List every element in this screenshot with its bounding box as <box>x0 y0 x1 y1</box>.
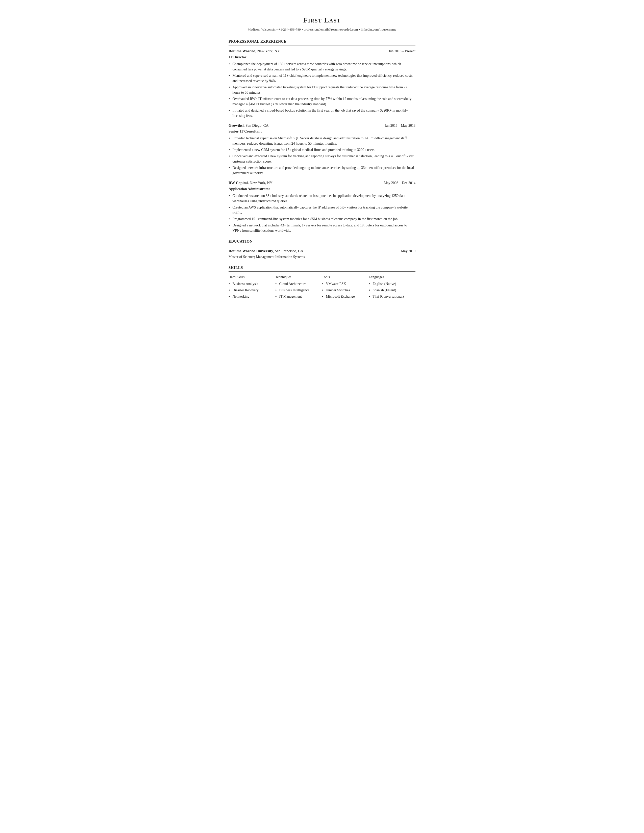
skill-item: Thai (Conversational) <box>369 294 413 299</box>
job-bullets: Provided technical expertise on Microsof… <box>229 135 415 176</box>
experience-section-title: Professional Experience <box>229 39 415 45</box>
job-company: Growthsi, San Diego, CA <box>229 123 269 129</box>
skills-column: Hard SkillsBusiness AnalysisDisaster Rec… <box>229 275 275 300</box>
job-bullets: Conducted research on 33+ industry stand… <box>229 193 415 233</box>
job-block: Resume Worded, New York, NYJun 2018 – Pr… <box>229 48 415 118</box>
bullet-item: Initiated and designed a cloud-based bac… <box>229 108 415 118</box>
job-title: Application Administrator <box>229 186 415 191</box>
job-header: RW Capital, New York, NYMay 2008 – Dec 2… <box>229 180 415 186</box>
skills-col-header: Tools <box>322 275 366 280</box>
skills-column: TechniquesCloud ArchitectureBusiness Int… <box>275 275 322 300</box>
skill-item: Cloud Architecture <box>275 281 319 286</box>
skills-column: LanguagesEnglish (Native)Spanish (Fluent… <box>369 275 415 300</box>
job-dates: Jan 2015 – May 2018 <box>385 123 415 128</box>
bullet-item: Conducted research on 33+ industry stand… <box>229 193 415 204</box>
edu-degree: Master of Science; Management Informatio… <box>229 254 415 259</box>
edu-school: Resume Worded University, San Francisco,… <box>229 248 303 254</box>
skills-list: Business AnalysisDisaster RecoveryNetwor… <box>229 281 273 299</box>
skill-item: English (Native) <box>369 281 413 286</box>
skills-list: VMware ESXJuniper SwitchesMicrosoft Exch… <box>322 281 366 299</box>
job-dates: Jun 2018 – Present <box>389 49 415 54</box>
skills-section: Skills Hard SkillsBusiness AnalysisDisas… <box>229 265 415 300</box>
skill-item: Disaster Recovery <box>229 288 273 293</box>
job-company: RW Capital, New York, NY <box>229 180 272 186</box>
job-company: Resume Worded, New York, NY <box>229 48 280 54</box>
job-title: IT Director <box>229 55 415 60</box>
edu-block: Resume Worded University, San Francisco,… <box>229 248 415 259</box>
job-title: Senior IT Consultant <box>229 129 415 134</box>
edu-date: May 2010 <box>401 249 415 254</box>
skill-item: Microsoft Exchange <box>322 294 366 299</box>
bullet-item: Mentored and supervised a team of 11+ ch… <box>229 73 415 84</box>
skill-item: Business Analysis <box>229 281 273 286</box>
skills-col-header: Techniques <box>275 275 319 280</box>
job-block: Growthsi, San Diego, CAJan 2015 – May 20… <box>229 123 415 176</box>
resume-header: First Last Madison, Wisconsin • +1-234-4… <box>229 15 415 32</box>
contact-info: Madison, Wisconsin • +1-234-456-789 • pr… <box>229 27 415 32</box>
skill-item: Spanish (Fluent) <box>369 288 413 293</box>
job-block: RW Capital, New York, NYMay 2008 – Dec 2… <box>229 180 415 233</box>
bullet-item: Designed a network that includes 43+ ter… <box>229 223 415 233</box>
bullet-item: Conceived and executed a new system for … <box>229 153 415 164</box>
skills-list: Cloud ArchitectureBusiness IntelligenceI… <box>275 281 319 299</box>
job-header: Resume Worded, New York, NYJun 2018 – Pr… <box>229 48 415 54</box>
candidate-name: First Last <box>229 15 415 26</box>
bullet-item: Provided technical expertise on Microsof… <box>229 135 415 146</box>
skills-column: ToolsVMware ESXJuniper SwitchesMicrosoft… <box>322 275 369 300</box>
skill-item: Business Intelligence <box>275 288 319 293</box>
job-dates: May 2008 – Dec 2014 <box>384 180 415 185</box>
skills-col-header: Hard Skills <box>229 275 273 280</box>
skill-item: VMware ESX <box>322 281 366 286</box>
skills-list: English (Native)Spanish (Fluent)Thai (Co… <box>369 281 413 299</box>
bullet-item: Championed the deployment of 160+ server… <box>229 61 415 72</box>
bullet-item: Designed network infrastructure and prov… <box>229 165 415 176</box>
education-section-title: Education <box>229 239 415 245</box>
skills-section-title: Skills <box>229 265 415 272</box>
skill-item: Networking <box>229 294 273 299</box>
job-header: Growthsi, San Diego, CAJan 2015 – May 20… <box>229 123 415 129</box>
experience-section: Professional Experience Resume Worded, N… <box>229 39 415 233</box>
bullet-item: Implemented a new CRM system for 15+ glo… <box>229 147 415 153</box>
bullet-item: Created an AWS application that automati… <box>229 205 415 215</box>
education-section: Education Resume Worded University, San … <box>229 239 415 259</box>
skill-item: Juniper Switches <box>322 288 366 293</box>
skills-col-header: Languages <box>369 275 413 280</box>
edu-header: Resume Worded University, San Francisco,… <box>229 248 415 254</box>
skill-item: IT Management <box>275 294 319 299</box>
bullet-item: Overhauled RW's IT infrastructure to cut… <box>229 96 415 107</box>
bullet-item: Approved an innovative automated ticketi… <box>229 85 415 95</box>
bullet-item: Programmed 15+ command-line system modul… <box>229 216 415 222</box>
job-bullets: Championed the deployment of 160+ server… <box>229 61 415 118</box>
